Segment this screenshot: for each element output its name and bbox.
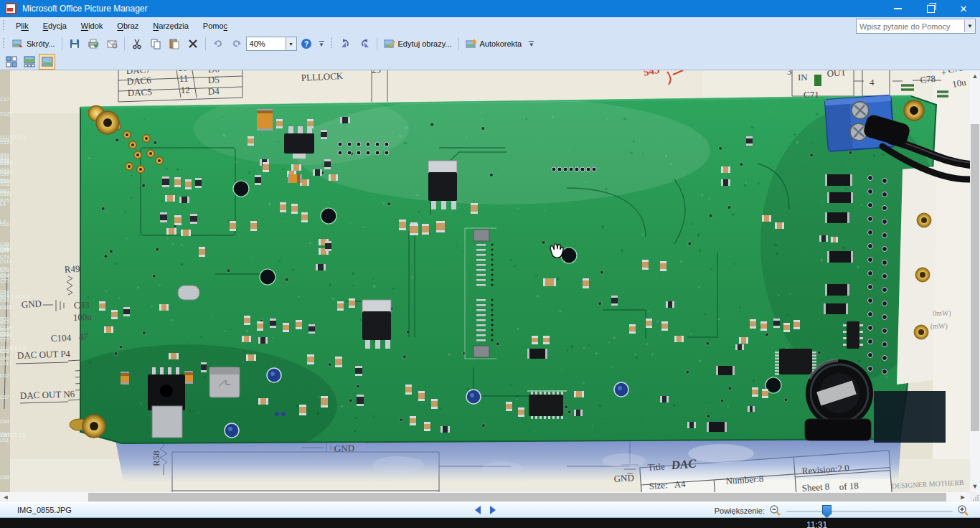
svg-text:C84: C84 [0,432,9,437]
mail-icon [106,38,118,50]
save-button[interactable] [65,37,84,51]
svg-text:C86: C86 [0,242,9,247]
redo-button[interactable] [227,37,246,51]
zoom-combo-arrow[interactable]: ▼ [286,37,297,51]
print-button[interactable] [84,37,103,51]
rotate-right-button[interactable] [355,37,374,51]
svg-text:C89: C89 [0,356,9,361]
menu-pomoc[interactable]: Pomoc [196,19,235,32]
svg-text:Size:: Size: [649,479,668,491]
rotate-toolbar-grip[interactable] [330,38,334,50]
title-bar: Microsoft Office Picture Manager ✕ [0,0,980,17]
chevron-down-icon[interactable]: ▼ [964,20,975,32]
toolbar-options-icon[interactable]: ▼ [318,37,326,51]
vertical-scrollbar[interactable]: ▲ ▼ [970,70,980,492]
menu-grip[interactable] [2,20,6,32]
toolbar-grip[interactable] [2,38,6,50]
mail-button[interactable] [103,37,121,51]
menu-bar: Plik Edycja Widok Obraz Narzędzia Pomoc … [0,17,980,35]
menu-obraz[interactable]: Obraz [110,19,146,32]
shortcuts-button[interactable]: Skróty... [9,37,59,51]
autocorrect-button[interactable]: Autokorekta [462,37,526,51]
delete-x-icon [187,38,199,50]
svg-text:R61: R61 [0,178,9,183]
previous-picture-button[interactable] [473,505,482,515]
help-button[interactable]: ? [297,37,316,51]
rotate-left-button[interactable] [336,37,355,51]
menu-plik[interactable]: Plik [9,19,36,32]
close-button[interactable]: ✕ [947,0,980,17]
svg-text:DAC6: DAC6 [126,75,151,87]
inductor-l7 [209,367,240,397]
drill-hole [260,269,275,285]
drill-hole [233,181,249,197]
resize-grip[interactable] [970,492,980,502]
drill-hole [321,208,336,224]
svg-text:PLLLOCK: PLLLOCK [301,70,344,83]
paste-button[interactable] [165,37,184,51]
svg-text:C125: C125 [0,111,12,116]
shortcuts-icon [12,38,24,50]
autocorrect-label: Autokorekta [480,39,522,48]
svg-text:C99: C99 [0,298,9,303]
edit-pictures-label: Edytuj obrazy... [398,39,452,48]
help-icon: ? [301,38,312,50]
copy-button[interactable] [146,37,165,51]
copy-icon [150,38,161,50]
filmstrip-view-button[interactable] [21,54,37,70]
svg-text:C91: C91 [0,222,9,227]
svg-text:C64: C64 [0,419,9,424]
undo-button[interactable] [209,37,227,51]
zoom-out-icon[interactable] [769,504,782,517]
horizontal-scroll-thumb[interactable] [88,493,946,501]
svg-text:C117: C117 [0,361,11,366]
menu-narzedzia[interactable]: Narzędzia [146,19,196,32]
cut-button[interactable] [128,37,146,51]
svg-text:C93: C93 [74,299,90,311]
paste-icon [169,38,180,50]
svg-text:C95: C95 [0,248,9,253]
scroll-left-icon[interactable]: ◄ [0,492,11,502]
picture-canvas[interactable]: 1117DT-2.5U11C85C84J6 FRONT PANELC40D31W… [0,70,970,492]
thumbnail-view-button[interactable] [3,54,19,70]
zoom-slider[interactable] [786,505,953,517]
svg-text:DAC OUT P4: DAC OUT P4 [17,348,71,361]
restore-button[interactable] [914,0,947,17]
edit-pictures-button[interactable]: Edytuj obrazy... [380,37,456,51]
svg-text:+: + [941,70,946,78]
svg-text:C92: C92 [0,159,9,164]
svg-text:(mW): (mW) [930,322,948,331]
crystal-xg2 [178,286,199,300]
scroll-down-icon[interactable]: ▼ [970,481,980,492]
photo-image[interactable]: 1117DT-2.5U11C85C84J6 FRONT PANELC40D31W… [0,70,970,492]
menu-widok[interactable]: Widok [74,19,110,32]
power-transistor-u18 [148,367,185,438]
single-picture-view-button[interactable] [39,54,55,70]
menu-edycja[interactable]: Edycja [36,19,74,32]
horizontal-scrollbar[interactable]: ◄ ► [0,492,970,502]
zoom-combo[interactable]: 40% [246,37,286,51]
rotate-left-icon [340,38,352,50]
svg-text:R58: R58 [151,451,161,466]
next-picture-button[interactable] [489,505,497,515]
svg-text:11: 11 [179,72,188,84]
svg-text:R49: R49 [64,263,80,275]
scroll-right-icon[interactable]: ► [957,492,969,502]
help-question-input[interactable] [857,22,964,31]
svg-text:C78: C78 [920,73,936,85]
svg-text:R30: R30 [0,316,9,321]
zoom-slider-thumb[interactable] [822,505,831,518]
vertical-scroll-thumb[interactable] [971,124,979,431]
zoom-slider-label: Powiększenie: [715,506,765,515]
svg-text:D5: D5 [207,74,220,85]
svg-text:C104: C104 [51,332,72,344]
scroll-up-icon[interactable]: ▲ [970,70,980,82]
delete-button[interactable] [184,37,202,51]
svg-text:R25: R25 [0,198,9,203]
svg-text:C74: C74 [0,255,9,260]
zoom-in-icon[interactable] [957,504,970,517]
svg-text:Sheet 8: Sheet 8 [801,481,830,492]
toolbar-options2-icon[interactable]: ▼ [527,37,535,51]
minimize-button[interactable] [881,0,914,17]
help-question-box[interactable]: ▼ [856,19,976,34]
